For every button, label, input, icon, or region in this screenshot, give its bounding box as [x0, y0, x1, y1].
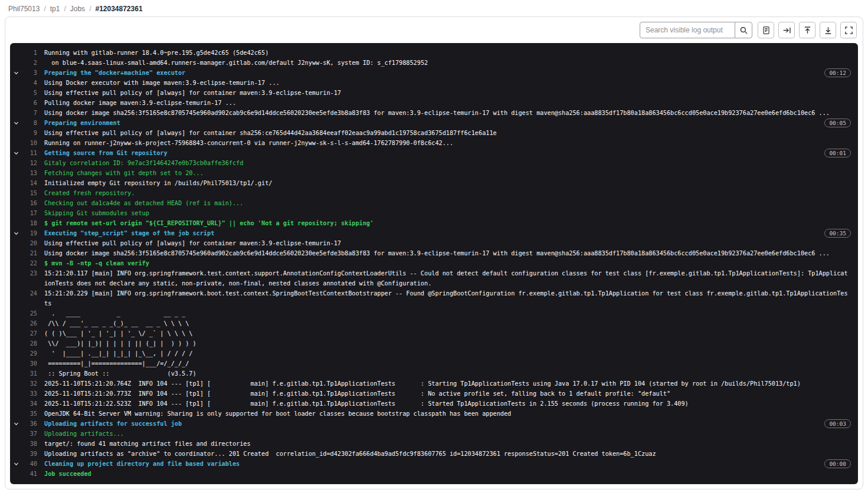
line-number-link[interactable]: 12	[22, 158, 37, 168]
log-line: 332025-11-10T15:21:20.773Z INFO 104 --- …	[10, 389, 858, 399]
line-number-link[interactable]: 18	[22, 218, 37, 228]
line-number-link[interactable]: 38	[22, 439, 37, 449]
chevron-down-icon[interactable]	[10, 68, 22, 78]
line-number-link[interactable]: 13	[22, 168, 37, 178]
line-number-link[interactable]: 19	[22, 228, 37, 238]
log-line-text: Skipping Git submodules setup	[44, 208, 851, 218]
line-number-link[interactable]: 8	[22, 118, 37, 128]
log-section-header[interactable]: 3Preparing the "docker+machine" executor…	[10, 68, 858, 78]
line-number-link[interactable]: 28	[22, 338, 37, 349]
log-section-header[interactable]: 19Executing "step_script" stage of the j…	[10, 228, 858, 238]
log-line-text: 15:21:20.229 [main] INFO org.springframe…	[44, 288, 851, 308]
line-number-link[interactable]: 22	[22, 258, 37, 268]
line-number-link[interactable]: 31	[22, 369, 37, 379]
scroll-to-bottom-icon	[824, 26, 833, 35]
fullscreen-button[interactable]	[840, 22, 857, 38]
search-input[interactable]	[640, 22, 735, 38]
line-number-link[interactable]: 32	[22, 379, 37, 389]
log-line-text: Using Docker executor with image maven:3…	[44, 78, 851, 88]
log-line: 16Checking out da1ca4de as detached HEAD…	[10, 198, 858, 208]
jump-to-end-button[interactable]	[778, 22, 795, 38]
breadcrumb-item[interactable]: Jobs	[70, 5, 85, 13]
scroll-to-bottom-button[interactable]	[820, 22, 836, 38]
line-number-link[interactable]: 7	[22, 108, 37, 118]
gutter-spacer	[10, 449, 22, 459]
log-line-text: Gitaly correlation ID: 9e7ac3f1464247e0b…	[44, 158, 851, 168]
log-line-text: Running on runner-j2nyww-sk-project-7596…	[44, 138, 851, 148]
line-number-link[interactable]: 39	[22, 449, 37, 459]
line-number-link[interactable]: 23	[22, 268, 37, 278]
line-number-link[interactable]: 15	[22, 188, 37, 198]
scroll-to-top-button[interactable]	[799, 22, 815, 38]
line-number-link[interactable]: 33	[22, 389, 37, 399]
chevron-down-icon[interactable]	[10, 228, 22, 238]
log-line-text: Initialized empty Git repository in /bui…	[44, 178, 851, 188]
log-line-text: OpenJDK 64-Bit Server VM warning: Sharin…	[44, 409, 851, 419]
log-section-header[interactable]: 36Uploading artifacts for successful job…	[10, 419, 858, 429]
log-line-text: Fetching changes with git depth set to 2…	[44, 168, 851, 178]
line-number-link[interactable]: 3	[22, 68, 37, 78]
search-button[interactable]	[735, 22, 752, 38]
line-number-link[interactable]: 16	[22, 198, 37, 208]
job-log-card: 1Running with gitlab-runner 18.4.0~pre.1…	[5, 17, 863, 489]
line-number-link[interactable]: 29	[22, 349, 37, 359]
line-number-link[interactable]: 35	[22, 409, 37, 419]
line-number-link[interactable]: 20	[22, 238, 37, 248]
section-duration-badge: 00:12	[824, 68, 851, 77]
chevron-down-icon[interactable]	[10, 419, 22, 429]
line-number-link[interactable]: 1	[22, 48, 37, 58]
line-number-link[interactable]: 9	[22, 128, 37, 138]
log-line: 1Running with gitlab-runner 18.4.0~pre.1…	[10, 48, 858, 58]
gutter-spacer	[10, 138, 22, 148]
log-section-header[interactable]: 8Preparing environment00:05	[10, 118, 858, 128]
chevron-down-icon[interactable]	[10, 459, 22, 469]
line-number-link[interactable]: 11	[22, 148, 37, 158]
log-line-text: Using effective pull policy of [always] …	[44, 128, 851, 138]
breadcrumb-item[interactable]: tp1	[50, 5, 60, 13]
job-log-panel: 1Running with gitlab-runner 18.4.0~pre.1…	[10, 43, 858, 484]
log-line-text: Job succeeded	[44, 469, 851, 479]
breadcrumb-item[interactable]: Phil75013	[8, 5, 40, 13]
line-number-link[interactable]: 4	[22, 78, 37, 88]
chevron-down-icon[interactable]	[10, 118, 22, 128]
gutter-spacer	[10, 288, 22, 298]
log-section-header[interactable]: 11Getting source from Git repository00:0…	[10, 148, 858, 158]
section-duration-badge: 00:35	[824, 229, 851, 238]
line-number-link[interactable]: 14	[22, 178, 37, 188]
log-line: 25 . ____ _ __ _ _	[10, 308, 858, 318]
line-number-link[interactable]: 6	[22, 98, 37, 108]
line-number-link[interactable]: 37	[22, 429, 37, 439]
line-number-link[interactable]: 41	[22, 469, 37, 479]
line-number-link[interactable]: 30	[22, 359, 37, 369]
log-toolbar	[5, 17, 863, 43]
line-number-link[interactable]: 25	[22, 308, 37, 318]
log-line-text: Preparing environment	[44, 118, 818, 128]
line-number-link[interactable]: 2	[22, 58, 37, 68]
gutter-spacer	[10, 128, 22, 138]
section-duration-badge: 00:03	[824, 419, 851, 428]
line-number-link[interactable]: 34	[22, 399, 37, 409]
gutter-spacer	[10, 238, 22, 248]
line-number-link[interactable]: 17	[22, 208, 37, 218]
line-number-link[interactable]: 26	[22, 318, 37, 328]
line-number-link[interactable]: 21	[22, 248, 37, 258]
breadcrumb-item: #12034872361	[95, 5, 142, 13]
line-number-link[interactable]: 36	[22, 419, 37, 429]
chevron-down-icon[interactable]	[10, 148, 22, 158]
raw-log-button[interactable]	[758, 22, 774, 38]
log-section-header[interactable]: 40Cleaning up project directory and file…	[10, 459, 858, 469]
line-number-link[interactable]: 40	[22, 459, 37, 469]
line-number-link[interactable]: 27	[22, 328, 37, 338]
log-line-text: $ mvn -B -ntp -q clean verify	[44, 258, 851, 268]
section-duration-badge: 00:00	[824, 459, 851, 468]
line-number-link[interactable]: 24	[22, 288, 37, 298]
line-number-link[interactable]: 10	[22, 138, 37, 148]
gutter-spacer	[10, 379, 22, 389]
gutter-spacer	[10, 349, 22, 359]
gutter-spacer	[10, 409, 22, 419]
line-number-link[interactable]: 5	[22, 88, 37, 98]
log-line: 2 on blue-4.saas-linux-small-amd64.runne…	[10, 58, 858, 68]
gutter-spacer	[10, 389, 22, 399]
gutter-spacer	[10, 198, 22, 208]
log-line-text: =========|_|==============|___/=/_/_/_/	[44, 359, 851, 369]
